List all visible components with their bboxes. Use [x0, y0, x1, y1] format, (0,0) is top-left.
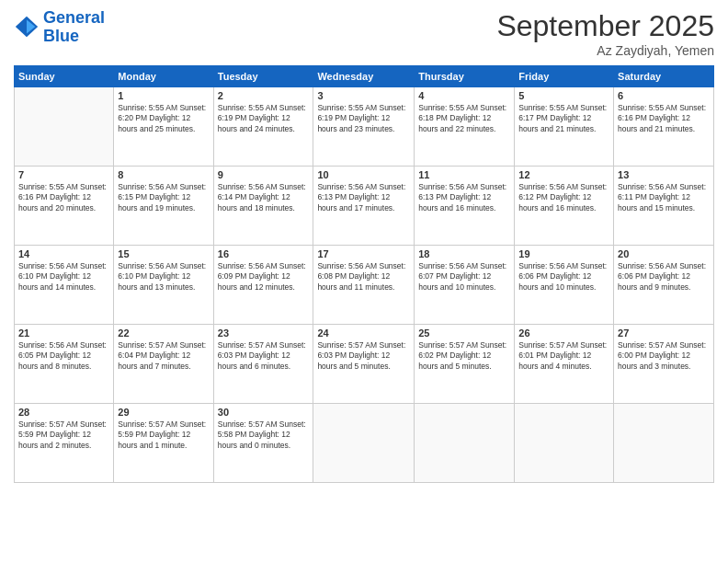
table-row: 15Sunrise: 5:56 AM Sunset: 6:10 PM Dayli…: [114, 246, 213, 325]
day-info: Sunrise: 5:57 AM Sunset: 6:03 PM Dayligh…: [317, 340, 410, 372]
table-row: 11Sunrise: 5:56 AM Sunset: 6:13 PM Dayli…: [415, 167, 515, 246]
table-row: 21Sunrise: 5:56 AM Sunset: 6:05 PM Dayli…: [15, 325, 114, 404]
day-number: 12: [518, 169, 609, 180]
page: General Blue September 2025 Az Zaydiyah,…: [0, 0, 728, 563]
col-sunday: Sunday: [15, 66, 114, 87]
day-info: Sunrise: 5:56 AM Sunset: 6:13 PM Dayligh…: [317, 182, 410, 213]
day-info: Sunrise: 5:56 AM Sunset: 6:06 PM Dayligh…: [518, 261, 609, 293]
table-row: 6Sunrise: 5:55 AM Sunset: 6:16 PM Daylig…: [614, 87, 714, 167]
day-number: 11: [418, 169, 510, 180]
logo: General Blue: [14, 9, 105, 46]
day-info: Sunrise: 5:57 AM Sunset: 6:02 PM Dayligh…: [418, 340, 510, 372]
table-row: 24Sunrise: 5:57 AM Sunset: 6:03 PM Dayli…: [313, 325, 415, 404]
day-number: 19: [518, 248, 609, 259]
day-number: 26: [518, 327, 609, 339]
table-row: 27Sunrise: 5:57 AM Sunset: 6:00 PM Dayli…: [614, 325, 714, 404]
table-row: 29Sunrise: 5:57 AM Sunset: 5:59 PM Dayli…: [114, 404, 213, 483]
table-row: 7Sunrise: 5:55 AM Sunset: 6:16 PM Daylig…: [15, 167, 114, 246]
day-info: Sunrise: 5:56 AM Sunset: 6:14 PM Dayligh…: [218, 182, 310, 213]
day-number: 6: [618, 90, 710, 101]
logo-text: General Blue: [43, 9, 105, 46]
day-info: Sunrise: 5:56 AM Sunset: 6:13 PM Dayligh…: [418, 182, 510, 213]
day-number: 4: [418, 90, 510, 101]
col-thursday: Thursday: [415, 66, 515, 87]
day-number: 18: [418, 248, 510, 259]
day-info: Sunrise: 5:57 AM Sunset: 5:58 PM Dayligh…: [218, 419, 310, 451]
table-row: 5Sunrise: 5:55 AM Sunset: 6:17 PM Daylig…: [515, 87, 614, 167]
col-wednesday: Wednesday: [313, 66, 415, 87]
day-info: Sunrise: 5:57 AM Sunset: 6:00 PM Dayligh…: [618, 340, 710, 372]
day-info: Sunrise: 5:57 AM Sunset: 5:59 PM Dayligh…: [18, 419, 109, 451]
table-row: 2Sunrise: 5:55 AM Sunset: 6:19 PM Daylig…: [213, 87, 313, 167]
day-number: 25: [418, 327, 510, 339]
day-number: 13: [618, 169, 710, 180]
table-row: 17Sunrise: 5:56 AM Sunset: 6:08 PM Dayli…: [313, 246, 415, 325]
month-title: September 2025: [496, 9, 714, 43]
day-number: 28: [18, 407, 109, 418]
table-row: 23Sunrise: 5:57 AM Sunset: 6:03 PM Dayli…: [213, 325, 313, 404]
day-number: 14: [18, 248, 109, 259]
table-row: [15, 87, 114, 167]
day-info: Sunrise: 5:56 AM Sunset: 6:11 PM Dayligh…: [618, 182, 710, 213]
table-row: [515, 404, 614, 483]
day-info: Sunrise: 5:55 AM Sunset: 6:19 PM Dayligh…: [218, 103, 310, 134]
calendar-header-row: Sunday Monday Tuesday Wednesday Thursday…: [15, 66, 714, 87]
day-info: Sunrise: 5:56 AM Sunset: 6:15 PM Dayligh…: [118, 182, 209, 213]
day-info: Sunrise: 5:56 AM Sunset: 6:08 PM Dayligh…: [317, 261, 410, 293]
day-number: 5: [518, 90, 609, 101]
table-row: 9Sunrise: 5:56 AM Sunset: 6:14 PM Daylig…: [213, 167, 313, 246]
day-info: Sunrise: 5:56 AM Sunset: 6:05 PM Dayligh…: [18, 340, 109, 372]
day-number: 9: [218, 169, 310, 180]
day-number: 24: [317, 327, 410, 339]
table-row: 18Sunrise: 5:56 AM Sunset: 6:07 PM Dayli…: [415, 246, 515, 325]
table-row: 28Sunrise: 5:57 AM Sunset: 5:59 PM Dayli…: [15, 404, 114, 483]
day-number: 27: [618, 327, 710, 339]
calendar: Sunday Monday Tuesday Wednesday Thursday…: [14, 65, 714, 483]
table-row: 25Sunrise: 5:57 AM Sunset: 6:02 PM Dayli…: [415, 325, 515, 404]
logo-icon: [14, 15, 40, 40]
table-row: 14Sunrise: 5:56 AM Sunset: 6:10 PM Dayli…: [15, 246, 114, 325]
header: General Blue September 2025 Az Zaydiyah,…: [14, 9, 714, 58]
col-tuesday: Tuesday: [213, 66, 313, 87]
day-info: Sunrise: 5:57 AM Sunset: 5:59 PM Dayligh…: [118, 419, 209, 451]
day-info: Sunrise: 5:55 AM Sunset: 6:20 PM Dayligh…: [118, 103, 209, 134]
day-number: 22: [118, 327, 209, 339]
day-number: 16: [218, 248, 310, 259]
day-info: Sunrise: 5:57 AM Sunset: 6:01 PM Dayligh…: [518, 340, 609, 372]
day-number: 29: [118, 407, 209, 418]
col-friday: Friday: [515, 66, 614, 87]
day-number: 17: [317, 248, 410, 259]
table-row: 12Sunrise: 5:56 AM Sunset: 6:12 PM Dayli…: [515, 167, 614, 246]
day-info: Sunrise: 5:56 AM Sunset: 6:09 PM Dayligh…: [218, 261, 310, 293]
table-row: 4Sunrise: 5:55 AM Sunset: 6:18 PM Daylig…: [415, 87, 515, 167]
day-number: 10: [317, 169, 410, 180]
table-row: 30Sunrise: 5:57 AM Sunset: 5:58 PM Dayli…: [213, 404, 313, 483]
table-row: 16Sunrise: 5:56 AM Sunset: 6:09 PM Dayli…: [213, 246, 313, 325]
day-number: 8: [118, 169, 209, 180]
logo-line1: General: [43, 8, 105, 27]
day-info: Sunrise: 5:55 AM Sunset: 6:16 PM Dayligh…: [618, 103, 710, 134]
table-row: 1Sunrise: 5:55 AM Sunset: 6:20 PM Daylig…: [114, 87, 213, 167]
day-info: Sunrise: 5:57 AM Sunset: 6:04 PM Dayligh…: [118, 340, 209, 372]
day-number: 23: [218, 327, 310, 339]
day-number: 2: [218, 90, 310, 101]
title-area: September 2025 Az Zaydiyah, Yemen: [496, 9, 714, 58]
day-number: 1: [118, 90, 209, 101]
table-row: 26Sunrise: 5:57 AM Sunset: 6:01 PM Dayli…: [515, 325, 614, 404]
day-info: Sunrise: 5:56 AM Sunset: 6:07 PM Dayligh…: [418, 261, 510, 293]
subtitle: Az Zaydiyah, Yemen: [496, 43, 714, 58]
table-row: [313, 404, 415, 483]
day-info: Sunrise: 5:56 AM Sunset: 6:10 PM Dayligh…: [118, 261, 209, 293]
day-number: 15: [118, 248, 209, 259]
table-row: 22Sunrise: 5:57 AM Sunset: 6:04 PM Dayli…: [114, 325, 213, 404]
table-row: 8Sunrise: 5:56 AM Sunset: 6:15 PM Daylig…: [114, 167, 213, 246]
day-info: Sunrise: 5:55 AM Sunset: 6:18 PM Dayligh…: [418, 103, 510, 134]
table-row: 3Sunrise: 5:55 AM Sunset: 6:19 PM Daylig…: [313, 87, 415, 167]
day-info: Sunrise: 5:55 AM Sunset: 6:19 PM Dayligh…: [317, 103, 410, 134]
table-row: 20Sunrise: 5:56 AM Sunset: 6:06 PM Dayli…: [614, 246, 714, 325]
table-row: [415, 404, 515, 483]
logo-line2: Blue: [43, 27, 79, 45]
table-row: 19Sunrise: 5:56 AM Sunset: 6:06 PM Dayli…: [515, 246, 614, 325]
day-number: 21: [18, 327, 109, 339]
day-info: Sunrise: 5:57 AM Sunset: 6:03 PM Dayligh…: [218, 340, 310, 372]
